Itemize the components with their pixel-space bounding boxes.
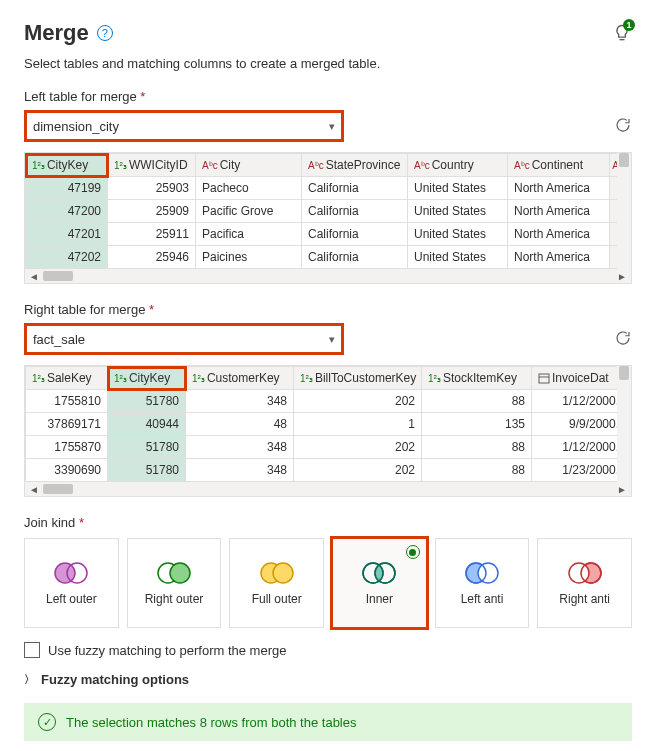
right-col-billtocustomerkey[interactable]: 1²₃BillToCustomerKey bbox=[294, 367, 422, 390]
join-full-outer[interactable]: Full outer bbox=[229, 538, 324, 628]
help-icon[interactable]: ? bbox=[97, 25, 113, 41]
chevron-down-icon: ▾ bbox=[329, 120, 335, 133]
status-message: The selection matches 8 rows from both t… bbox=[66, 715, 356, 730]
table-row[interactable]: 4720225946PaicinesCaliforniaUnited State… bbox=[26, 246, 626, 269]
left-table-select[interactable]: dimension_city ▾ bbox=[24, 110, 344, 142]
svg-point-5 bbox=[170, 563, 190, 583]
join-left-outer[interactable]: Left outer bbox=[24, 538, 119, 628]
join-kind-label: Join kind bbox=[24, 515, 632, 530]
table-row[interactable]: 4719925903PachecoCaliforniaUnited States… bbox=[26, 177, 626, 200]
left-table-preview[interactable]: 1²₃CityKey 1²₃WWICityID AᵇcCity AᵇcState… bbox=[24, 152, 632, 284]
chevron-down-icon: ▾ bbox=[329, 333, 335, 346]
selected-radio-icon bbox=[406, 545, 420, 559]
fuzzy-options-expander[interactable]: 〉 Fuzzy matching options bbox=[24, 672, 632, 687]
right-col-customerkey[interactable]: 1²₃CustomerKey bbox=[186, 367, 294, 390]
refresh-left-icon[interactable] bbox=[614, 116, 632, 137]
page-title: Merge bbox=[24, 20, 89, 46]
svg-point-7 bbox=[273, 563, 293, 583]
right-col-invoicedate[interactable]: InvoiceDat bbox=[532, 367, 626, 390]
horizontal-scrollbar[interactable]: ◄► bbox=[25, 482, 631, 496]
table-row[interactable]: 4720125911PacificaCaliforniaUnited State… bbox=[26, 223, 626, 246]
right-col-stockitemkey[interactable]: 1²₃StockItemKey bbox=[422, 367, 532, 390]
join-inner[interactable]: Inner bbox=[332, 538, 427, 628]
right-table-label: Right table for merge bbox=[24, 302, 632, 317]
vertical-scrollbar[interactable] bbox=[617, 366, 631, 482]
page-subtitle: Select tables and matching columns to cr… bbox=[24, 56, 632, 71]
table-row[interactable]: 4720025909Pacific GroveCaliforniaUnited … bbox=[26, 200, 626, 223]
tips-button[interactable]: 1 bbox=[612, 22, 632, 44]
table-row[interactable]: 339069051780348202881/23/2000, bbox=[26, 459, 626, 482]
table-row[interactable]: 175581051780348202881/12/2000, bbox=[26, 390, 626, 413]
chevron-right-icon: 〉 bbox=[24, 672, 35, 687]
svg-rect-0 bbox=[539, 374, 549, 383]
join-left-anti[interactable]: Left anti bbox=[435, 538, 530, 628]
svg-point-2 bbox=[55, 563, 75, 583]
left-col-continent[interactable]: AᵇcContinent bbox=[508, 154, 610, 177]
left-col-city[interactable]: AᵇcCity bbox=[196, 154, 302, 177]
refresh-right-icon[interactable] bbox=[614, 329, 632, 350]
left-col-citykey[interactable]: 1²₃CityKey bbox=[26, 154, 108, 177]
join-right-outer[interactable]: Right outer bbox=[127, 538, 222, 628]
status-banner: ✓ The selection matches 8 rows from both… bbox=[24, 703, 632, 741]
table-row[interactable]: 175587051780348202881/12/2000, bbox=[26, 436, 626, 459]
horizontal-scrollbar[interactable]: ◄► bbox=[25, 269, 631, 283]
fuzzy-checkbox-label: Use fuzzy matching to perform the merge bbox=[48, 643, 286, 658]
left-table-label: Left table for merge bbox=[24, 89, 632, 104]
check-circle-icon: ✓ bbox=[38, 713, 56, 731]
fuzzy-checkbox[interactable] bbox=[24, 642, 40, 658]
right-table-preview[interactable]: 1²₃SaleKey 1²₃CityKey 1²₃CustomerKey 1²₃… bbox=[24, 365, 632, 497]
tips-badge: 1 bbox=[623, 19, 635, 31]
left-col-country[interactable]: AᵇcCountry bbox=[408, 154, 508, 177]
right-col-citykey[interactable]: 1²₃CityKey bbox=[108, 367, 186, 390]
vertical-scrollbar[interactable] bbox=[617, 153, 631, 269]
right-table-select[interactable]: fact_sale ▾ bbox=[24, 323, 344, 355]
table-row[interactable]: 37869171409444811359/9/2000, bbox=[26, 413, 626, 436]
left-table-value: dimension_city bbox=[33, 119, 119, 134]
left-col-stateprovince[interactable]: AᵇcStateProvince bbox=[302, 154, 408, 177]
left-col-wwicityid[interactable]: 1²₃WWICityID bbox=[108, 154, 196, 177]
right-table-value: fact_sale bbox=[33, 332, 85, 347]
right-col-salekey[interactable]: 1²₃SaleKey bbox=[26, 367, 108, 390]
join-right-anti[interactable]: Right anti bbox=[537, 538, 632, 628]
